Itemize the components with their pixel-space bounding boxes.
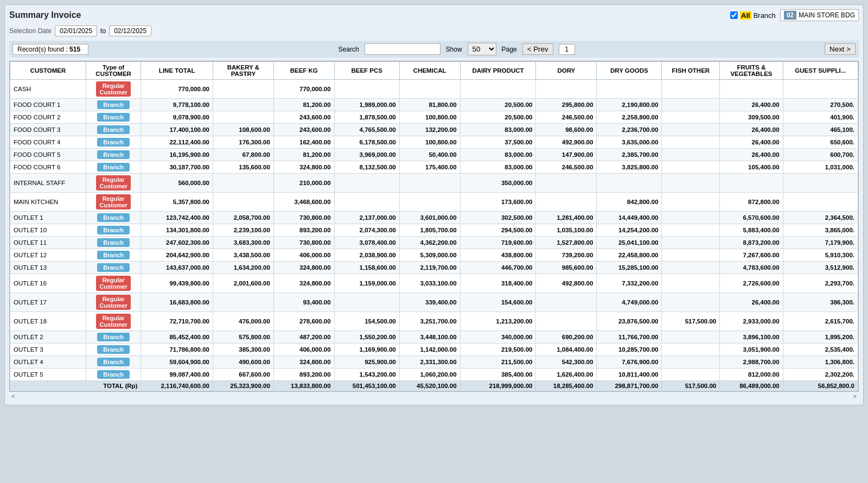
col-beef-pcs: BEEF PCS xyxy=(334,62,399,80)
total-dairy: 218,999,000.00 xyxy=(460,381,536,391)
all-branch-checkbox[interactable] xyxy=(730,11,738,19)
total-guest: 56,852,800.0 xyxy=(783,381,858,391)
cell-dory: 492,800.00 xyxy=(536,274,597,293)
cell-customer: MAIN KITCHEN xyxy=(10,193,86,212)
date-from[interactable]: 02/01/2025 xyxy=(55,26,97,36)
header-row: Summary Invoice All Branch 02 MAIN STORE… xyxy=(9,9,859,21)
cell-type: Branch xyxy=(86,99,141,111)
cell-guest: 1,306,800. xyxy=(783,356,858,368)
cell-dairy: 294,500.00 xyxy=(460,224,536,237)
cell-fish-other xyxy=(662,368,720,381)
table-row: OUTLET 4 Branch 59,604,900.00 490,600.00… xyxy=(10,356,858,368)
cell-fish-other xyxy=(662,99,720,111)
cell-bakery: 575,800.00 xyxy=(213,331,273,344)
search-input[interactable] xyxy=(365,43,441,55)
cell-dairy: 302,500.00 xyxy=(460,212,536,224)
cell-dry-goods: 4,749,000.00 xyxy=(597,293,662,312)
all-highlight: All xyxy=(740,11,751,20)
cell-guest xyxy=(783,193,858,212)
cell-customer: OUTLET 10 xyxy=(10,224,86,237)
cell-customer: OUTLET 11 xyxy=(10,237,86,249)
branch-label: Branch xyxy=(754,11,776,20)
cell-bakery: 2,058,700.00 xyxy=(213,212,273,224)
show-select[interactable]: 50 100 200 xyxy=(468,43,496,55)
total-fruits: 86,489,000.00 xyxy=(720,381,783,391)
prev-button[interactable]: < Prev xyxy=(522,43,553,55)
col-dry-goods: DRY GOODS xyxy=(597,62,662,80)
cell-chemical: 50,400.00 xyxy=(399,149,460,161)
cell-type: RegularCustomer xyxy=(86,312,141,331)
cell-fish-other xyxy=(662,193,720,212)
cell-customer: OUTLET 18 xyxy=(10,312,86,331)
cell-line-total: 770,000.00 xyxy=(141,80,213,99)
cell-customer: OUTLET 4 xyxy=(10,356,86,368)
cell-chemical: 3,033,100.00 xyxy=(399,274,460,293)
store-name: MAIN STORE BDG xyxy=(799,11,855,19)
cell-guest: 5,910,300. xyxy=(783,249,858,262)
table-row: OUTLET 13 Branch 143,637,000.00 1,634,20… xyxy=(10,262,858,274)
summary-table: CUSTOMER Type ofCUSTOMER LINE TOTAL BAKE… xyxy=(10,61,858,391)
cell-fruits: 2,726,600.00 xyxy=(720,274,783,293)
total-row: TOTAL (Rp) 2,116,740,600.00 25,323,900.0… xyxy=(10,381,858,391)
cell-dory xyxy=(536,174,597,193)
cell-guest xyxy=(783,174,858,193)
cell-line-total: 99,439,800.00 xyxy=(141,274,213,293)
cell-type: Branch xyxy=(86,149,141,161)
records-found: Record(s) found : 515 xyxy=(12,44,88,55)
cell-type: Branch xyxy=(86,344,141,356)
cell-bakery: 490,600.00 xyxy=(213,356,273,368)
cell-bakery: 2,001,600.00 xyxy=(213,274,273,293)
cell-line-total: 17,400,100.00 xyxy=(141,124,213,136)
cell-fish-other xyxy=(662,331,720,344)
cell-type: Branch xyxy=(86,161,141,174)
all-branch-checkbox-label[interactable]: All Branch xyxy=(730,11,776,20)
cell-customer: CASH xyxy=(10,80,86,99)
cell-beef-kg: 210,000.00 xyxy=(273,174,334,193)
cell-beef-kg: 730,800.00 xyxy=(273,237,334,249)
page-title: Summary Invoice xyxy=(9,10,81,20)
cell-type: RegularCustomer xyxy=(86,293,141,312)
table-row: CASH RegularCustomer 770,000.00 770,000.… xyxy=(10,80,858,99)
cell-dairy: 719,600.00 xyxy=(460,237,536,249)
cell-bakery xyxy=(213,99,273,111)
total-beef-kg: 13,833,800.00 xyxy=(273,381,334,391)
cell-type: Branch xyxy=(86,356,141,368)
cell-customer: FOOD COURT 2 xyxy=(10,111,86,124)
table-row: INTERNAL STAFF RegularCustomer 560,000.0… xyxy=(10,174,858,193)
cell-guest xyxy=(783,80,858,99)
total-fish-other: 517,500.00 xyxy=(662,381,720,391)
cell-line-total: 204,642,900.00 xyxy=(141,249,213,262)
cell-guest: 2,293,700. xyxy=(783,274,858,293)
cell-fish-other xyxy=(662,237,720,249)
page-number: 1 xyxy=(559,44,575,55)
selection-date-label: Selection Date xyxy=(9,27,52,35)
store-badge: 02 MAIN STORE BDG xyxy=(780,9,859,21)
cell-type: Branch xyxy=(86,224,141,237)
table-header-row: CUSTOMER Type ofCUSTOMER LINE TOTAL BAKE… xyxy=(10,62,858,80)
cell-type: Branch xyxy=(86,136,141,149)
cell-guest: 2,364,500. xyxy=(783,212,858,224)
cell-bakery: 67,800.00 xyxy=(213,149,273,161)
date-to[interactable]: 02/12/2025 xyxy=(109,26,151,36)
cell-dairy: 1,213,200.00 xyxy=(460,312,536,331)
cell-fish-other xyxy=(662,274,720,293)
cell-customer: FOOD COURT 4 xyxy=(10,136,86,149)
cell-fish-other xyxy=(662,344,720,356)
cell-beef-kg: 893,200.00 xyxy=(273,224,334,237)
cell-guest: 2,615,700. xyxy=(783,312,858,331)
cell-fruits xyxy=(720,174,783,193)
cell-line-total: 247,602,300.00 xyxy=(141,237,213,249)
cell-customer: OUTLET 5 xyxy=(10,368,86,381)
cell-customer: OUTLET 13 xyxy=(10,262,86,274)
cell-chemical: 1,142,000.00 xyxy=(399,344,460,356)
cell-dory: 1,084,400.00 xyxy=(536,344,597,356)
cell-chemical: 132,200.00 xyxy=(399,124,460,136)
cell-line-total: 72,710,700.00 xyxy=(141,312,213,331)
cell-fruits: 7,267,600.00 xyxy=(720,249,783,262)
cell-guest: 7,179,900. xyxy=(783,237,858,249)
cell-guest: 2,302,200. xyxy=(783,368,858,381)
next-button[interactable]: Next > xyxy=(825,43,856,55)
cell-guest: 2,535,400. xyxy=(783,344,858,356)
cell-customer: FOOD COURT 1 xyxy=(10,99,86,111)
cell-dairy: 83,000.00 xyxy=(460,161,536,174)
